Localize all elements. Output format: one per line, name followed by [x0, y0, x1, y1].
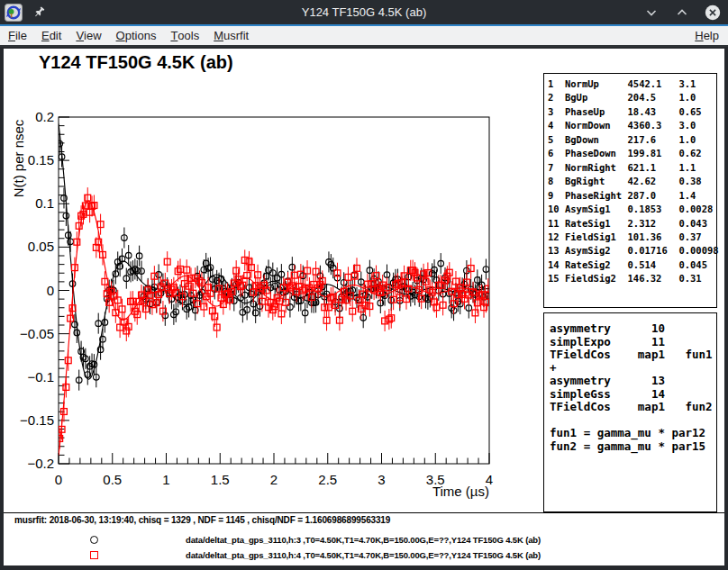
titlebar[interactable]: Y124 TF150G 4.5K (ab)	[0, 0, 728, 24]
menu-item-edit[interactable]: Edit	[34, 26, 68, 45]
fit-stats-line: musrfit: 2018-06-30, 13:19:40, chisq = 1…	[14, 515, 390, 525]
menu-item-view[interactable]: View	[68, 26, 108, 45]
menubar-items: FileEditViewOptionsToolsMusrfit	[0, 26, 256, 45]
svg-text:2: 2	[270, 472, 278, 487]
svg-text:0: 0	[47, 283, 54, 298]
theory-box: asymmetry 10 simplExpo 11 TFieldCos map1…	[543, 312, 717, 512]
close-button[interactable]	[705, 5, 721, 21]
legend-row: data/deltat_pta_gps_3110,h:3 ,T0=4.50K,T…	[4, 532, 724, 547]
svg-text:1: 1	[162, 472, 169, 487]
menu-item-musrfit[interactable]: Musrfit	[206, 26, 256, 45]
legend-text: data/deltat_pta_gps_3110,h:3 ,T0=4.50K,T…	[186, 535, 541, 545]
svg-text:−0.1: −0.1	[27, 369, 54, 385]
legend-marker-square-icon	[90, 551, 98, 559]
parameter-list: 1 NormUp 4542.1 3.1 2 BgUp 204.5 1.0 3 P…	[544, 74, 716, 286]
plot-canvas-area: Y124 TF150G 4.5K (ab) N(t) per nsec Time…	[4, 49, 724, 565]
svg-text:0.5: 0.5	[103, 472, 122, 487]
plot-canvas[interactable]: N(t) per nsec Time (µs) 0.20.150.10.050−…	[4, 49, 544, 517]
svg-text:3: 3	[378, 472, 385, 487]
menu-item-file[interactable]: File	[1, 26, 34, 45]
minimize-button[interactable]	[643, 5, 660, 21]
svg-text:4: 4	[486, 472, 493, 487]
legend-marker-circle-icon	[90, 536, 98, 544]
svg-text:0.05: 0.05	[28, 239, 54, 254]
application-window: Y124 TF150G 4.5K (ab) FileEditVie	[0, 0, 728, 570]
stats-divider	[4, 512, 724, 513]
y-axis-title: N(t) per nsec	[11, 119, 26, 197]
root-app-icon	[5, 4, 23, 22]
chevron-down-icon	[645, 6, 658, 19]
menu-item-help[interactable]: Help	[686, 26, 728, 45]
svg-text:3.5: 3.5	[426, 472, 445, 487]
svg-text:0.1: 0.1	[35, 195, 54, 211]
close-icon	[705, 3, 721, 23]
maximize-button[interactable]	[674, 5, 690, 21]
svg-text:−0.2: −0.2	[27, 456, 54, 471]
svg-text:−0.15: −0.15	[20, 412, 54, 428]
svg-text:−0.05: −0.05	[20, 326, 54, 341]
svg-text:0: 0	[55, 472, 62, 487]
chevron-up-icon	[676, 6, 688, 19]
menu-item-options[interactable]: Options	[109, 26, 164, 45]
theory-text: asymmetry 10 simplExpo 11 TFieldCos map1…	[544, 313, 716, 453]
legend: data/deltat_pta_gps_3110,h:3 ,T0=4.50K,T…	[4, 532, 724, 563]
svg-text:0.2: 0.2	[35, 109, 54, 124]
svg-text:2.5: 2.5	[318, 472, 337, 487]
legend-text: data/deltat_pta_gps_3110,h:4 ,T0=4.50K,T…	[186, 550, 541, 560]
svg-text:1.5: 1.5	[211, 472, 230, 487]
legend-row: data/deltat_pta_gps_3110,h:4 ,T0=4.50K,T…	[4, 547, 724, 563]
parameter-box: 1 NormUp 4542.1 3.1 2 BgUp 204.5 1.0 3 P…	[543, 73, 717, 308]
menu-item-tools[interactable]: Tools	[163, 26, 206, 45]
svg-text:0.15: 0.15	[28, 152, 54, 167]
window-title: Y124 TF150G 4.5K (ab)	[0, 5, 728, 19]
menubar: FileEditViewOptionsToolsMusrfit Help	[0, 26, 728, 47]
pin-icon[interactable]	[32, 5, 46, 19]
